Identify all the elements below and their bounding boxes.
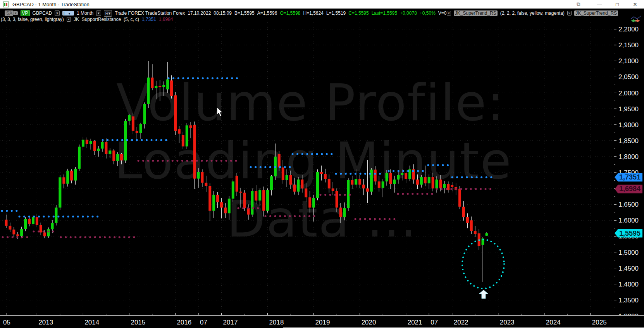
candle-down — [62, 177, 65, 183]
time-axis-label: 07 — [430, 319, 438, 326]
indicator-chip[interactable]: JK_SuperTrend_RS — [574, 10, 618, 16]
indicator-close-box[interactable]: × — [567, 11, 572, 16]
candle-up — [139, 124, 142, 133]
candle-down — [478, 233, 480, 246]
candle-down — [432, 177, 434, 189]
candle-up — [55, 207, 57, 223]
candle-down — [389, 173, 392, 184]
style-analysis-dropdown[interactable]: ▾ — [13, 11, 18, 15]
indicator-value-resistance: 1,7351 — [142, 17, 156, 22]
candlestick-series[interactable] — [5, 61, 488, 282]
candle-down — [320, 172, 323, 174]
support-resistance-lines — [2, 78, 492, 237]
quote-field: +0,50% — [420, 10, 436, 16]
app-icon — [3, 2, 9, 7]
indicator-params: (5, c, c) — [124, 17, 139, 22]
candle-down — [16, 234, 19, 236]
candle-down — [28, 219, 31, 224]
candle-up — [78, 147, 81, 169]
close-button[interactable]: ✕ — [626, 0, 644, 9]
candle-down — [208, 186, 211, 211]
indicator-close-box[interactable]: × — [447, 11, 451, 16]
candle-down — [289, 175, 292, 185]
candle-up — [401, 173, 403, 175]
maximize-button[interactable]: □ — [608, 0, 626, 9]
indicator-chip[interactable]: JK_SuperTrend_RS — [454, 10, 498, 16]
candle-up — [47, 229, 50, 236]
toolbar-row-2: (3, 3, 3, false, green, lightgray)×JK_Su… — [0, 17, 176, 22]
candle-down — [247, 208, 250, 214]
price-axis-label: 1,5500 — [618, 233, 639, 240]
time-axis-bar[interactable] — [0, 315, 644, 328]
price-chart[interactable]: Volume Profile:Loading MinuteData ...2,2… — [0, 0, 644, 328]
price-tag-value: 1,6984 — [619, 185, 641, 193]
candle-up — [74, 169, 77, 180]
time-axis-label: 2022 — [454, 319, 468, 326]
candle-down — [439, 180, 442, 188]
candle-up — [232, 181, 234, 199]
candle-up — [101, 142, 104, 148]
candle-down — [201, 172, 203, 183]
popout-icon[interactable]: ⧉ — [570, 0, 587, 9]
style-analysis-button[interactable]: SA — [5, 10, 13, 16]
candle-down — [405, 173, 407, 179]
up-arrow-marker — [479, 290, 488, 299]
indicator-row-1: ×JK_SuperTrend_RS(2, 2, 2, false, yellow… — [447, 10, 618, 16]
symbol-dropdown[interactable]: ▾ — [55, 10, 60, 16]
candle-down — [178, 129, 181, 134]
price-axis-label: 1,7500 — [618, 169, 639, 176]
candle-down — [447, 184, 449, 190]
symbol-label[interactable]: GBPCAD — [33, 10, 52, 16]
candle-up — [59, 177, 61, 207]
range-button[interactable]: R▾ — [104, 10, 112, 17]
interval-dropdown[interactable]: ▾ — [96, 10, 101, 16]
highlight-ellipse[interactable] — [462, 240, 504, 288]
price-axis[interactable]: 2,20002,15002,10002,05002,00001,95001,90… — [614, 26, 639, 320]
time-axis[interactable]: 0520132014201520160720172018201920202021… — [3, 313, 607, 326]
candle-down — [412, 169, 415, 180]
quote-field: B=1,5595 — [234, 10, 255, 16]
candle-down — [332, 188, 334, 191]
candle-down — [324, 174, 327, 179]
price-tag-shape — [615, 185, 642, 193]
price-axis-label: 1,3000 — [618, 312, 639, 320]
price-tag-value: 1,7351 — [619, 173, 641, 181]
candle-down — [301, 180, 303, 188]
time-axis-label: 07 — [200, 319, 207, 326]
candle-down — [220, 202, 223, 207]
quote-fields: B=1,5595A=1,5596O=1,5598H=1,5624L=1,5519… — [234, 10, 447, 16]
candle-up — [270, 176, 273, 190]
candle-up — [266, 190, 269, 211]
minimize-button[interactable]: — — [591, 0, 608, 9]
watermark-line: Volume Profile: — [116, 73, 505, 132]
quote-field: L=1,5519 — [326, 10, 346, 16]
candle-up — [286, 175, 288, 180]
candle-down — [366, 188, 369, 192]
interval-label[interactable]: 1 Month — [77, 10, 93, 16]
time-axis-label: 2014 — [84, 319, 99, 326]
quote-field: H=1,5624 — [303, 10, 324, 16]
time-axis-label: 2020 — [362, 319, 376, 326]
toolbar-row-1: SA ▾ VP GBPCAD ▾ I ▾ 1 Month ▾ R▾ Trade … — [0, 10, 618, 16]
grid-lines — [0, 22, 614, 315]
indicator-close-box[interactable]: × — [67, 17, 71, 22]
candle-up — [143, 104, 146, 124]
candle-up — [162, 85, 165, 87]
candle-down — [293, 185, 296, 192]
candle-down — [9, 226, 11, 230]
candle-up — [197, 172, 200, 178]
candle-down — [243, 193, 246, 208]
candle-down — [424, 177, 427, 183]
candle-up — [443, 184, 446, 188]
candle-down — [5, 220, 8, 226]
candle-down — [182, 135, 184, 147]
volume-profile-button[interactable]: VP — [21, 10, 30, 16]
candle-down — [255, 191, 257, 201]
interval-button[interactable]: I ▾ — [62, 11, 74, 16]
indicator-value-support: 1,6984 — [159, 17, 173, 22]
candle-up — [108, 150, 111, 154]
candle-down — [216, 195, 219, 202]
indicator-name[interactable]: JK_SupportResistance — [74, 17, 121, 22]
time-axis-label: 2016 — [177, 319, 191, 326]
indicator-params: (2, 2, 2, false, yellow, magenta) — [500, 10, 565, 16]
